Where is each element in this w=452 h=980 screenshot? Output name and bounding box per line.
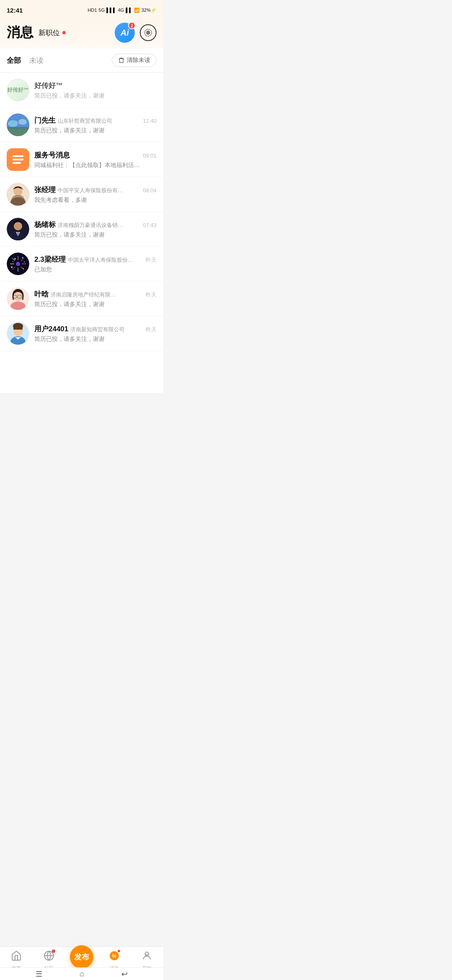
firework-avatar (7, 253, 29, 275)
message-time: 09:01 (143, 152, 157, 159)
woman-avatar (7, 183, 29, 206)
message-content: 张经理 中国平安人寿保险股份有限公司… 08:04 我先考虑看看，多谢 (34, 185, 157, 204)
message-preview: 我先考虑看看，多谢 (34, 196, 157, 204)
avatar (7, 287, 29, 310)
svg-point-47 (13, 323, 23, 330)
message-content: 门先生 山东轩哲商贸有限公司 12:40 简历已投，请多关注，谢谢 (34, 116, 157, 134)
message-item[interactable]: 服务号消息 09:01 同城福利社：【点此领取】本地福利活… (0, 142, 163, 177)
contact-name: 张经理 (34, 185, 56, 195)
message-item[interactable]: 张经理 中国平安人寿保险股份有限公司… 08:04 我先考虑看看，多谢 (0, 177, 163, 212)
message-time: 昨天 (146, 291, 157, 299)
signal-bars: ▌▌▌ (106, 8, 116, 13)
avatar (7, 183, 29, 206)
message-preview: 简历已投，请多关注，谢谢 (34, 127, 157, 134)
message-time: 07:43 (143, 222, 157, 228)
avatar (7, 113, 29, 136)
svg-rect-10 (13, 162, 21, 164)
header-right: Ai 1 (115, 23, 157, 43)
hd-icon: HD1 (88, 8, 97, 13)
clear-unread-button[interactable]: 清除未读 (112, 54, 157, 67)
message-content: 好传好™ 简历已投，请多关注，谢谢 (34, 81, 157, 100)
message-content: 2.3梁经理 中国太平洋人寿保险股份有… 昨天 已加您 (34, 255, 157, 273)
status-time: 12:41 (7, 7, 23, 14)
avatar (7, 218, 29, 240)
message-preview: 简历已投，请多关注，谢谢 (34, 231, 157, 239)
man-avatar (7, 218, 29, 240)
svg-rect-9 (13, 159, 23, 160)
message-item[interactable]: 门先生 山东轩哲商贸有限公司 12:40 简历已投，请多关注，谢谢 (0, 108, 163, 142)
svg-point-34 (23, 268, 24, 269)
battery-icon: 32% ⚡ (141, 8, 157, 13)
header: 消息 新职位 Ai 1 (0, 18, 163, 49)
5g-icon: 5G (99, 8, 105, 13)
tab-unread[interactable]: 未读 (29, 56, 44, 65)
clear-icon (118, 57, 125, 64)
svg-point-22 (16, 262, 20, 266)
message-time: 昨天 (146, 256, 157, 264)
wifi-icon: 📶 (134, 8, 140, 13)
svg-point-15 (14, 188, 22, 195)
avatar: 好传好™ (7, 79, 29, 101)
message-content: 杨绪标 济南槐荫万豪通讯设备销售中心 07:43 简历已投，请多关注，谢谢 (34, 220, 157, 239)
contact-name: 服务号消息 (34, 150, 70, 160)
message-preview: 简历已投，请多关注，谢谢 (34, 92, 157, 100)
avatar (7, 148, 29, 171)
avatar (7, 253, 29, 275)
status-icons: HD1 5G ▌▌▌ 4G ▌▌ 📶 32% ⚡ (88, 8, 157, 13)
message-preview: 简历已投，请多关注，谢谢 (34, 301, 157, 308)
contact-company: 中国平安人寿保险股份有限公司… (58, 187, 125, 194)
filter-bar: 全部 未读 清除未读 (0, 49, 163, 72)
message-content: 用户24401 济南新知商贸有限公司 昨天 简历已投，请多关注，谢谢 (34, 324, 157, 343)
contact-name: 叶晗 (34, 289, 49, 299)
svg-point-31 (14, 258, 16, 260)
header-left: 消息 新职位 (7, 23, 66, 42)
svg-point-6 (18, 119, 27, 125)
contact-name: 2.3梁经理 (34, 255, 66, 264)
contact-name: 好传好™ (34, 81, 63, 90)
tab-all[interactable]: 全部 (7, 56, 21, 65)
message-preview: 同城福利社：【点此领取】本地福利活… (34, 162, 157, 169)
contact-company: 济南启隆房地产经纪有限公司 (51, 291, 118, 299)
svg-point-2 (148, 32, 149, 33)
landscape-avatar (7, 113, 29, 136)
contact-name: 杨绪标 (34, 220, 56, 230)
ai-assistant-button[interactable]: Ai 1 (115, 23, 135, 43)
4g-signal: ▌▌ (126, 8, 132, 13)
svg-point-19 (14, 222, 22, 230)
4g-icon: 4G (118, 8, 124, 13)
message-item[interactable]: 2.3梁经理 中国太平洋人寿保险股份有… 昨天 已加您 (0, 247, 163, 281)
svg-point-32 (22, 257, 23, 258)
contact-name: 用户24401 (34, 324, 68, 334)
message-list: 好传好™ 好传好™ 简历已投，请多关注，谢谢 门先生 (0, 72, 163, 393)
new-position-label[interactable]: 新职位 (39, 28, 66, 38)
avatar (7, 322, 29, 345)
message-time: 12:40 (143, 118, 157, 124)
contact-company: 中国太平洋人寿保险股份有… (68, 256, 135, 264)
message-preview: 简历已投，请多关注，谢谢 (34, 335, 157, 343)
contact-company: 济南新知商贸有限公司 (70, 326, 125, 333)
page-title: 消息 (7, 23, 33, 42)
message-time: 08:04 (143, 187, 157, 193)
contact-company: 济南槐荫万豪通讯设备销售中心 (58, 222, 125, 229)
message-content: 叶晗 济南启隆房地产经纪有限公司 昨天 简历已投，请多关注，谢谢 (34, 289, 157, 308)
filter-tabs: 全部 未读 (7, 56, 44, 65)
message-item[interactable]: 杨绪标 济南槐荫万豪通讯设备销售中心 07:43 简历已投，请多关注，谢谢 (0, 212, 163, 247)
message-item[interactable]: 好传好™ 好传好™ 简历已投，请多关注，谢谢 (0, 72, 163, 108)
girl-avatar (7, 287, 29, 310)
svg-point-5 (8, 120, 18, 127)
message-item[interactable]: 叶晗 济南启隆房地产经纪有限公司 昨天 简历已投，请多关注，谢谢 (0, 281, 163, 316)
camera-button[interactable] (140, 24, 157, 41)
contact-company: 山东轩哲商贸有限公司 (58, 117, 112, 125)
message-item[interactable]: 用户24401 济南新知商贸有限公司 昨天 简历已投，请多关注，谢谢 (0, 316, 163, 351)
message-content: 服务号消息 09:01 同城福利社：【点此领取】本地福利活… (34, 150, 157, 169)
svg-rect-8 (13, 155, 23, 157)
status-bar: 12:41 HD1 5G ▌▌▌ 4G ▌▌ 📶 32% ⚡ (0, 0, 163, 18)
message-time: 昨天 (146, 326, 157, 333)
service-icon (12, 154, 24, 165)
svg-point-36 (24, 261, 25, 263)
svg-point-35 (13, 261, 13, 262)
user-avatar (7, 322, 29, 345)
new-position-dot (62, 31, 66, 34)
message-preview: 已加您 (34, 266, 157, 273)
svg-rect-7 (7, 129, 29, 136)
